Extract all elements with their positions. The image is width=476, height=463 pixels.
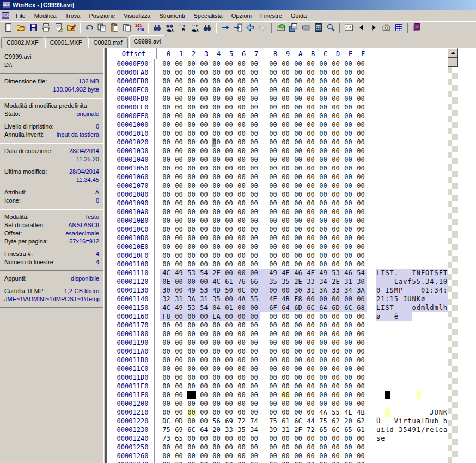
hex-byte[interactable]: 00	[210, 190, 223, 199]
ascii-char[interactable]: I	[412, 269, 417, 277]
ascii-char[interactable]	[430, 77, 434, 86]
ascii-char[interactable]	[434, 155, 438, 164]
hex-byte[interactable]: 00	[173, 68, 185, 77]
ascii-char[interactable]	[412, 68, 417, 77]
ascii-char[interactable]	[394, 138, 399, 147]
ascii-char[interactable]: 1	[381, 295, 385, 303]
hex-byte[interactable]: 4C	[210, 277, 223, 286]
ascii-char[interactable]	[385, 112, 389, 120]
hex-byte[interactable]: 4E	[267, 295, 279, 303]
ascii-char[interactable]	[403, 434, 407, 443]
ascii-char[interactable]	[390, 216, 394, 225]
hex-byte[interactable]: 49	[173, 303, 185, 312]
ascii-char[interactable]	[399, 208, 403, 216]
hex-byte[interactable]: 00	[248, 286, 260, 295]
ascii-char[interactable]	[425, 373, 430, 382]
ascii-char[interactable]	[394, 443, 399, 452]
ascii-char[interactable]	[394, 147, 399, 155]
hex-byte[interactable]: 00	[223, 399, 235, 408]
ascii-char[interactable]	[381, 277, 385, 286]
hex-byte[interactable]: 00	[198, 120, 210, 129]
toolbar-preview-button[interactable]	[325, 22, 337, 33]
ascii-char[interactable]: 3	[399, 425, 403, 434]
hex-byte[interactable]: 6C	[342, 303, 355, 312]
hex-byte[interactable]: 00	[248, 234, 260, 242]
hex-byte[interactable]: 61	[279, 417, 292, 425]
hex-byte[interactable]: 31	[173, 295, 185, 303]
hex-byte[interactable]: 00	[173, 321, 185, 330]
ascii-char[interactable]: 4	[439, 286, 443, 295]
hex-byte[interactable]: 00	[173, 173, 185, 181]
hex-byte[interactable]: 00	[248, 112, 260, 120]
ascii-char[interactable]: d	[417, 303, 421, 312]
tab-c9999-avi[interactable]: C9999.avi	[129, 35, 167, 48]
ascii-char[interactable]	[421, 112, 425, 120]
hex-byte[interactable]: 00	[267, 216, 279, 225]
ascii-char[interactable]	[376, 216, 381, 225]
hex-byte[interactable]: 00	[304, 242, 317, 251]
hex-byte[interactable]: 00	[173, 286, 185, 295]
hex-byte[interactable]: 00	[304, 391, 317, 399]
ascii-char[interactable]	[430, 68, 434, 77]
ascii-char[interactable]	[412, 338, 417, 347]
ascii-char[interactable]	[394, 120, 399, 129]
menu-item-modifica[interactable]: Modifica	[30, 11, 61, 21]
ascii-char[interactable]	[430, 208, 434, 216]
hex-byte[interactable]: 00	[279, 373, 292, 382]
ascii-char[interactable]	[439, 234, 443, 242]
hex-byte[interactable]: 00	[223, 260, 235, 269]
hex-byte[interactable]: 00	[355, 338, 367, 347]
ascii-char[interactable]: e	[381, 434, 385, 443]
ascii-char[interactable]	[430, 103, 434, 112]
toolbar-find-again-button[interactable]	[201, 22, 213, 33]
hex-byte[interactable]: 00	[355, 208, 367, 216]
ascii-char[interactable]	[417, 216, 421, 225]
hex-byte[interactable]: 00	[304, 295, 317, 303]
hex-byte[interactable]: 30	[292, 286, 304, 295]
hex-byte[interactable]: 00	[292, 260, 304, 269]
hex-byte[interactable]: 4A	[317, 408, 329, 417]
hex-byte[interactable]: 00	[267, 234, 279, 242]
hex-byte[interactable]: 00	[248, 181, 260, 190]
hex-byte[interactable]: 00	[210, 216, 223, 225]
menu-item-opzioni[interactable]: Opzioni	[227, 11, 256, 21]
hex-byte[interactable]: 00	[160, 330, 173, 338]
hex-byte[interactable]: 00	[223, 86, 235, 94]
ascii-char[interactable]	[412, 399, 417, 408]
hex-byte[interactable]: 00	[317, 181, 329, 190]
ascii-char[interactable]	[421, 68, 425, 77]
hex-byte[interactable]: 00	[185, 391, 198, 399]
ascii-char[interactable]	[376, 460, 381, 463]
ascii-char[interactable]	[430, 216, 434, 225]
hex-byte[interactable]: F8	[292, 295, 304, 303]
ascii-char[interactable]	[390, 312, 394, 321]
hex-byte[interactable]: 00	[267, 147, 279, 155]
hex-byte[interactable]: 00	[185, 408, 198, 417]
hex-byte[interactable]: 00	[329, 199, 342, 208]
ascii-char[interactable]: 5	[412, 277, 417, 286]
toolbar-next-window-button[interactable]	[368, 22, 380, 33]
hex-byte[interactable]: 31	[279, 425, 292, 434]
ascii-char[interactable]	[390, 242, 394, 251]
ascii-char[interactable]	[421, 190, 425, 199]
ascii-char[interactable]	[399, 356, 403, 364]
hex-byte[interactable]: 49	[173, 269, 185, 277]
hex-byte[interactable]: 00	[235, 382, 248, 391]
ascii-char[interactable]	[407, 391, 412, 399]
hex-byte[interactable]: 00	[317, 164, 329, 173]
ascii-char[interactable]: d	[390, 425, 394, 434]
ascii-char[interactable]: L	[394, 277, 399, 286]
hex-byte[interactable]: 00	[210, 347, 223, 356]
ascii-char[interactable]	[390, 199, 394, 208]
hex-byte[interactable]: 00	[223, 190, 235, 199]
hex-byte[interactable]: 00	[342, 138, 355, 147]
hex-byte[interactable]: 00	[235, 86, 248, 94]
hex-byte[interactable]: 00	[235, 147, 248, 155]
hex-byte[interactable]: 00	[329, 86, 342, 94]
ascii-char[interactable]	[412, 155, 417, 164]
hex-byte[interactable]: 00	[292, 347, 304, 356]
hex-byte[interactable]: 00	[267, 138, 279, 147]
hex-byte[interactable]: 00	[355, 68, 367, 77]
ascii-char[interactable]	[399, 443, 403, 452]
hex-byte[interactable]: 34	[342, 286, 355, 295]
